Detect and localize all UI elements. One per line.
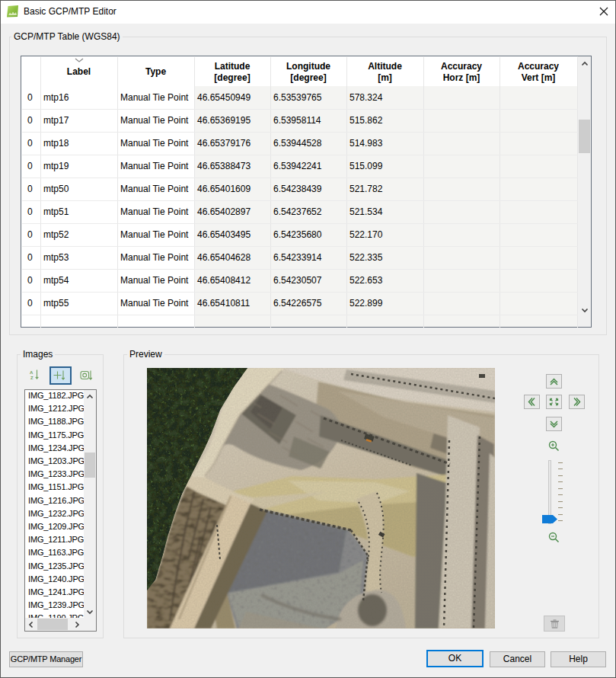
svg-text:Z: Z — [30, 376, 34, 380]
svg-text:A: A — [30, 370, 34, 375]
